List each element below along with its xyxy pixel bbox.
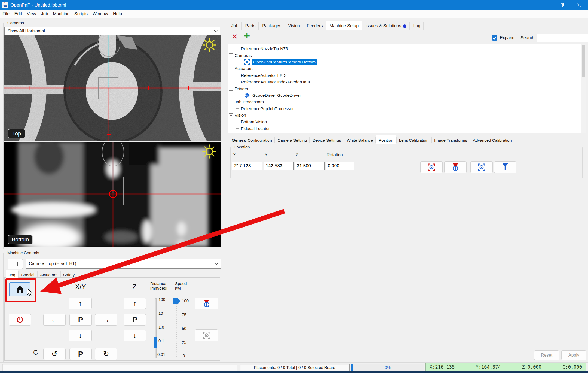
speed-slider-track[interactable] xyxy=(176,299,177,357)
tab-packages[interactable]: Packages xyxy=(259,22,284,30)
capture-camera-icon xyxy=(427,163,436,171)
distance-tick: 100 xyxy=(158,297,165,302)
camera-view-mode-select[interactable]: Show All Horizontal xyxy=(4,27,220,35)
delete-x-icon: ✕ xyxy=(232,33,238,41)
tab-vision[interactable]: Vision xyxy=(285,22,303,30)
distance-tick: 1.0 xyxy=(158,325,164,329)
move-nozzle-to-location-button[interactable] xyxy=(494,161,516,173)
tree-item[interactable]: −Job Processors xyxy=(228,99,586,105)
tree-item-selected[interactable]: OpenPnpCaptureCamera Bottom xyxy=(228,59,586,65)
top-camera-view[interactable]: Top xyxy=(4,35,221,141)
tab-position[interactable]: Position xyxy=(376,135,396,144)
position-camera-disabled-button[interactable] xyxy=(195,329,218,341)
rotate-cw-button[interactable]: ↻ xyxy=(95,348,117,360)
distance-tick: 0.1 xyxy=(158,338,164,343)
position-z-button[interactable]: P xyxy=(124,314,146,326)
apply-button[interactable]: Apply xyxy=(561,350,586,360)
tree-item[interactable]: Fiducal Locator xyxy=(228,125,586,132)
menu-help[interactable]: Help xyxy=(111,11,124,17)
location-group-title: Location xyxy=(233,145,251,149)
speed-tick: 75 xyxy=(182,312,186,317)
tab-jog[interactable]: Jog xyxy=(6,270,18,278)
collapse-expander-icon[interactable]: − xyxy=(229,67,233,71)
tree-scrollbar[interactable] xyxy=(581,44,586,133)
position-c-button[interactable]: P xyxy=(69,348,92,360)
brightness-sun-icon[interactable] xyxy=(202,38,216,52)
tab-feeders[interactable]: Feeders xyxy=(304,22,326,30)
bottom-camera-image xyxy=(4,142,221,247)
expand-checkbox[interactable] xyxy=(492,35,498,41)
jog-x-plus-button[interactable]: → xyxy=(95,314,117,326)
bottom-camera-view[interactable]: Bottom xyxy=(4,142,221,247)
machine-controls-tabs: Jog Special Actuators Safety xyxy=(6,270,78,278)
position-xy-button[interactable]: P xyxy=(69,314,92,326)
annotation-highlight-rect xyxy=(5,278,36,302)
collapse-expander-icon[interactable]: − xyxy=(229,53,233,57)
z-header: Z xyxy=(124,283,145,291)
tree-item[interactable]: −Cameras xyxy=(228,52,586,59)
tree-item[interactable]: GcodeDriver GcodeDriver xyxy=(228,92,586,99)
delete-node-button[interactable]: ✕ xyxy=(230,32,239,41)
distance-slider-handle[interactable] xyxy=(154,337,157,348)
tree-item[interactable]: ReferenceActuator IndexFeederData xyxy=(228,79,586,85)
z-input[interactable] xyxy=(295,162,325,170)
menu-view[interactable]: View xyxy=(24,11,38,17)
tab-machine-setup[interactable]: Machine Setup xyxy=(326,21,362,30)
minimize-button[interactable] xyxy=(536,0,553,10)
config-tabs: General Configuration Camera Settling De… xyxy=(229,135,515,144)
title-bar: OpenPnP - Untitled.job.xml xyxy=(0,0,588,10)
jog-y-plus-button[interactable]: ↑ xyxy=(69,298,92,309)
menu-edit[interactable]: Edit xyxy=(12,11,24,17)
scrollbar-thumb[interactable] xyxy=(582,45,585,77)
distance-tick: 0.01 xyxy=(157,352,165,357)
x-input[interactable] xyxy=(232,162,262,170)
distance-slider-track[interactable] xyxy=(155,298,157,358)
jog-x-minus-button[interactable]: ← xyxy=(43,314,66,326)
capture-nozzle-location-button[interactable] xyxy=(444,161,467,173)
tree-item[interactable]: −Drivers xyxy=(228,85,586,92)
speed-slider-handle[interactable] xyxy=(173,298,180,304)
menu-window[interactable]: Window xyxy=(90,11,111,17)
jog-z-plus-button[interactable]: ↑ xyxy=(124,298,146,309)
jog-y-minus-button[interactable]: ↓ xyxy=(69,330,92,341)
tab-parts[interactable]: Parts xyxy=(242,22,259,30)
search-input[interactable] xyxy=(537,34,588,42)
close-button[interactable] xyxy=(571,0,588,10)
tree-item[interactable]: Bottom Vision xyxy=(228,119,586,125)
tree-item[interactable]: −Vision xyxy=(228,112,586,119)
park-nozzle-button[interactable] xyxy=(195,298,218,309)
rotate-ccw-button[interactable]: ↺ xyxy=(43,348,66,360)
menu-file[interactable]: File xyxy=(0,11,12,17)
menu-machine[interactable]: Machine xyxy=(51,11,72,17)
tab-log[interactable]: Log xyxy=(410,22,424,30)
move-camera-to-location-button[interactable] xyxy=(470,161,493,173)
tree-item[interactable]: ReferencePnpJobProcessor xyxy=(228,105,586,112)
collapse-expander-icon[interactable]: − xyxy=(229,113,233,117)
reset-button[interactable]: Reset xyxy=(534,350,559,360)
tree-item[interactable]: ReferenceActuator LED xyxy=(228,72,586,79)
tree-item[interactable]: ReferenceNozzleTip N75 xyxy=(228,46,586,52)
rotation-label: Rotation xyxy=(327,153,343,157)
speed-header: Speed[%] xyxy=(175,281,187,290)
collapse-expander-icon[interactable]: − xyxy=(229,87,233,91)
camera-frame-icon xyxy=(203,332,210,339)
y-input[interactable] xyxy=(264,162,294,170)
distance-header: Distance[mm/deg] xyxy=(150,281,167,290)
add-node-button[interactable]: + xyxy=(242,31,252,41)
top-camera-label: Top xyxy=(8,129,26,138)
brightness-sun-icon[interactable] xyxy=(202,144,216,159)
power-button[interactable] xyxy=(9,314,31,326)
menu-job[interactable]: Job xyxy=(39,11,51,17)
menu-scripts[interactable]: Scripts xyxy=(72,11,90,17)
collapse-expander-icon[interactable]: − xyxy=(229,100,233,104)
tab-issues-solutions[interactable]: Issues & Solutions xyxy=(362,22,410,30)
collapse-controls-button[interactable]: − xyxy=(8,259,23,269)
speed-tick: 25 xyxy=(182,340,186,345)
jog-z-minus-button[interactable]: ↓ xyxy=(124,330,146,341)
rotation-input[interactable] xyxy=(326,162,354,170)
capture-camera-location-button[interactable] xyxy=(420,161,443,173)
tab-job[interactable]: Job xyxy=(228,22,242,30)
restore-button[interactable] xyxy=(553,0,571,10)
jog-target-select[interactable]: Camera: Top (Head: H1) xyxy=(26,259,221,269)
tree-item[interactable]: −Actuators xyxy=(228,65,586,72)
